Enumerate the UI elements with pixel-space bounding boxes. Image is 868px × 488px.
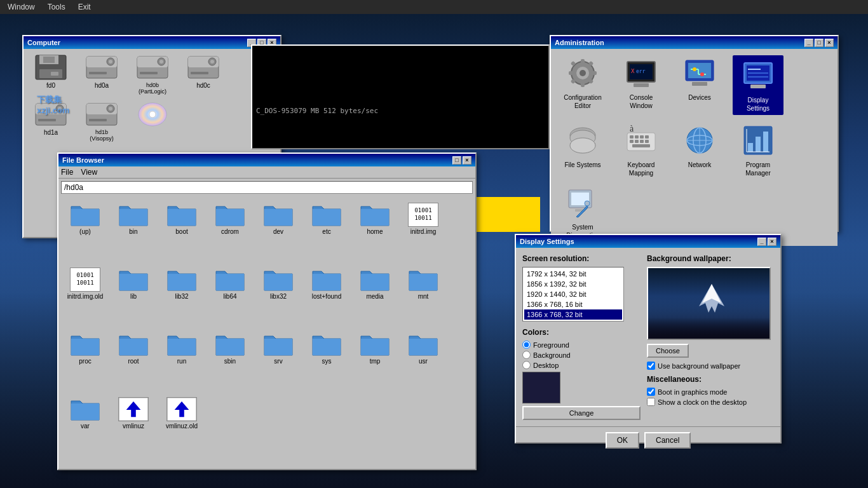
svg-rect-76 (645, 135, 649, 139)
fb-menu-view[interactable]: View (81, 168, 97, 177)
file-label-initrd: initrd.img (410, 228, 437, 235)
admin-window: Administration _ □ × (550, 35, 839, 232)
file-item-initrd[interactable]: 0100110011 initrd.img (400, 200, 446, 262)
file-item-vmlinuz[interactable]: vmlinuz (111, 395, 156, 457)
admin-maximize[interactable]: □ (815, 39, 824, 47)
admin-item-config[interactable]: ConfigurationEditor (557, 55, 608, 115)
resolution-1366-32[interactable]: 1366 x 768, 32 bit (524, 309, 622, 320)
svg-point-39 (580, 70, 586, 76)
ok-button[interactable]: OK (606, 432, 639, 449)
display-close[interactable]: × (768, 238, 776, 246)
menu-tools[interactable]: Tools (45, 1, 68, 13)
file-item-cdrom[interactable]: cdrom (207, 200, 253, 262)
admin-item-display[interactable]: DisplaySettings (733, 55, 783, 115)
display-minimize[interactable]: _ (757, 238, 766, 246)
admin-item-devices[interactable]: Devices (674, 55, 725, 115)
file-item-lib[interactable]: lib (111, 265, 156, 327)
color-swatch[interactable] (522, 372, 560, 403)
file-item-etc[interactable]: etc (304, 200, 349, 262)
boot-graphics-checkbox[interactable] (647, 388, 655, 396)
resolution-1856[interactable]: 1856 x 1392, 32 bit (524, 279, 622, 289)
file-item-libx32[interactable]: libx32 (255, 265, 301, 327)
resolution-1792[interactable]: 1792 x 1344, 32 bit (524, 269, 622, 279)
file-item-bin[interactable]: bin (111, 200, 156, 262)
file-item-sys[interactable]: sys (304, 330, 349, 392)
file-item-vmlinuz-old[interactable]: vmlinuz.old (159, 395, 205, 457)
admin-item-filesystems[interactable]: File Systems (557, 123, 608, 177)
file-item-lib64[interactable]: lib64 (207, 265, 253, 327)
menu-exit[interactable]: Exit (76, 1, 93, 13)
drive-cdrom[interactable] (130, 101, 175, 142)
fb-menu-file[interactable]: File (61, 168, 73, 177)
file-label-usr: usr (419, 358, 428, 365)
file-item-media[interactable]: media (352, 265, 398, 327)
file-label-cdrom: cdrom (221, 228, 239, 235)
color-desktop-option: Desktop (522, 361, 641, 369)
drive-hd0b[interactable]: hd0b(PartLogic) (130, 54, 175, 95)
file-item-up[interactable]: (up) (62, 200, 108, 262)
file-item-lost-found[interactable]: lost+found (304, 265, 349, 327)
svg-rect-19 (191, 72, 208, 74)
file-label-vmlinuz-old: vmlinuz.old (166, 423, 198, 430)
network-icon (682, 123, 717, 158)
drive-hd0a[interactable]: hd0a (79, 54, 124, 95)
admin-item-program[interactable]: ProgramManager (733, 123, 783, 177)
file-item-var[interactable]: var (62, 395, 108, 457)
file-item-root[interactable]: root (111, 330, 156, 392)
file-label-vmlinuz: vmlinuz (123, 423, 144, 430)
resolution-list[interactable]: 1792 x 1344, 32 bit 1856 x 1392, 32 bit … (522, 267, 624, 322)
admin-item-console[interactable]: X err ConsoleWindow (616, 55, 667, 115)
file-item-initrd-old[interactable]: 0100110011 initrd.img.old (62, 265, 108, 327)
drive-hd0c[interactable]: hd0c (181, 54, 226, 95)
change-button[interactable]: Change (522, 406, 641, 420)
file-item-proc[interactable]: proc (62, 330, 108, 392)
color-desktop-radio[interactable] (522, 361, 531, 369)
color-background-radio[interactable] (522, 351, 531, 359)
terminal-window: C_DOS-953079 MB 512 bytes/sec (251, 44, 550, 149)
choose-button[interactable]: Choose (647, 344, 689, 358)
hdd-hd1b-icon (85, 101, 118, 128)
color-background-label: Background (533, 351, 571, 359)
drive-hd1b[interactable]: hd1b(Visopsy) (79, 101, 124, 142)
svg-point-97 (585, 201, 590, 206)
admin-item-keyboard[interactable]: à KeyboardMapping (616, 123, 667, 177)
resolution-section-title: Screen resolution: (522, 254, 641, 263)
file-label-root: root (128, 358, 139, 365)
file-label-media: media (366, 293, 383, 300)
file-item-lib32[interactable]: lib32 (159, 265, 205, 327)
svg-point-71 (570, 138, 595, 153)
filebrowser-controls: □ × (452, 156, 471, 165)
file-item-dev[interactable]: dev (255, 200, 301, 262)
show-clock-row: Show a clock on the desktop (647, 398, 774, 406)
resolution-1366-16[interactable]: 1366 x 768, 16 bit (524, 299, 622, 309)
file-item-run[interactable]: run (159, 330, 205, 392)
file-item-home[interactable]: home (352, 200, 398, 262)
resolution-1920[interactable]: 1920 x 1440, 32 bit (524, 289, 622, 299)
file-item-srv[interactable]: srv (255, 330, 301, 392)
menu-window[interactable]: Window (5, 1, 37, 13)
fb-close[interactable]: × (463, 156, 471, 165)
drive-hd0a-label: hd0a (95, 82, 109, 89)
admin-item-diagnostics[interactable]: SystemDiagnostics (557, 185, 608, 240)
cancel-button[interactable]: Cancel (644, 432, 691, 449)
use-wallpaper-row: Use background wallpaper (647, 362, 774, 370)
file-item-mnt[interactable]: mnt (400, 265, 446, 327)
file-item-usr[interactable]: usr (400, 330, 446, 392)
admin-label-console: ConsoleWindow (630, 93, 653, 110)
admin-close[interactable]: × (825, 39, 834, 47)
drive-fd0[interactable]: fd0 (29, 54, 73, 95)
fb-restore[interactable]: □ (452, 156, 461, 165)
admin-minimize[interactable]: _ (804, 39, 813, 47)
display-right-panel: Background wallpaper: Choose Use backgro… (647, 254, 774, 420)
file-item-tmp[interactable]: tmp (352, 330, 398, 392)
display-title: Display Settings (520, 238, 574, 245)
admin-item-network[interactable]: Network (674, 123, 725, 177)
file-item-boot[interactable]: boot (159, 200, 205, 262)
file-label-lib32: lib32 (175, 293, 188, 300)
use-wallpaper-checkbox[interactable] (647, 362, 655, 370)
fb-path-bar[interactable]: /hd0a (61, 181, 473, 194)
svg-rect-9 (89, 72, 107, 74)
color-foreground-radio[interactable] (522, 341, 531, 349)
show-clock-checkbox[interactable] (647, 398, 655, 406)
file-item-sbin[interactable]: sbin (207, 330, 253, 392)
